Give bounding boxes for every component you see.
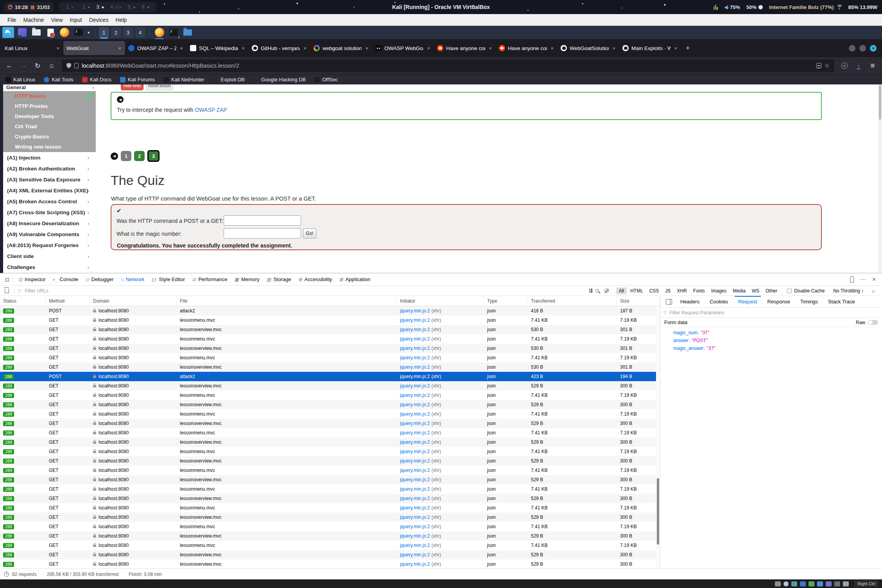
details-tab[interactable]: Headers — [675, 296, 705, 308]
devtools-tool-tab[interactable]: Accessibility — [295, 273, 336, 286]
column-header[interactable]: Initiator — [397, 296, 484, 306]
request-row[interactable]: 200 GET localhost:8080 lessonmenu.mvc jq… — [0, 428, 660, 437]
bookmark-item[interactable]: Exploit-DB — [213, 77, 245, 82]
sidebar-lesson-item[interactable]: Writing new lesson ✔ — [3, 142, 96, 152]
initiator-link[interactable]: jquery.min.js:2 — [400, 327, 430, 332]
initiator-link[interactable]: jquery.min.js:2 — [400, 552, 430, 558]
page-scrollbar-thumb[interactable] — [879, 85, 881, 120]
reset-lesson-button[interactable]: Reset lesson — [146, 84, 173, 90]
browser-tab[interactable]: webgoat solutions - × — [310, 41, 372, 55]
request-row[interactable]: 200 GET localhost:8080 lessonoverview.mv… — [0, 400, 660, 409]
request-row[interactable]: 200 GET localhost:8080 lessonoverview.mv… — [0, 362, 660, 372]
vbox-menu-item[interactable]: Machine — [20, 17, 48, 23]
initiator-link[interactable]: jquery.min.js:2 — [400, 458, 430, 464]
type-filter-pill[interactable]: XHR — [674, 287, 690, 294]
sidebar-category-item[interactable]: (A4) XML External Entities (XXE) › — [0, 185, 96, 196]
taskbar-workspace-button[interactable]: 3 — [123, 27, 133, 38]
browser-tab[interactable]: OWASP ZAP – ZAP in × — [125, 41, 187, 55]
split-panel-icon[interactable] — [666, 299, 672, 305]
tab-close-icon[interactable]: × — [179, 45, 184, 51]
type-filter-pill[interactable]: Images — [708, 287, 729, 294]
initiator-link[interactable]: jquery.min.js:2 — [400, 346, 430, 351]
tab-close-icon[interactable]: × — [611, 45, 616, 51]
request-row[interactable]: 200 GET localhost:8080 lessonoverview.mv… — [0, 494, 660, 503]
request-row[interactable]: 200 GET localhost:8080 lessonoverview.mv… — [0, 531, 660, 541]
column-header[interactable]: Domain — [90, 296, 177, 306]
initiator-link[interactable]: jquery.min.js:2 — [400, 308, 430, 314]
initiator-link[interactable]: jquery.min.js:2 — [400, 402, 430, 407]
reload-button[interactable]: ↻ — [31, 60, 44, 72]
go-button[interactable]: Go! — [303, 228, 316, 238]
initiator-link[interactable]: jquery.min.js:2 — [400, 561, 430, 567]
devtools-tool-tab[interactable]: Application — [336, 273, 374, 286]
sidebar-lesson-item[interactable]: CIA Triad ✔ — [3, 122, 96, 132]
request-row[interactable]: 200 GET localhost:8080 lessonmenu.mvc jq… — [0, 353, 660, 362]
browser-tab[interactable]: WebGoatSolutions/S × — [558, 41, 619, 55]
page-number-button[interactable]: 1 — [121, 151, 131, 161]
initiator-link[interactable]: jquery.min.js:2 — [400, 543, 430, 548]
initiator-link[interactable]: jquery.min.js:2 — [400, 524, 430, 529]
show-desktop-button[interactable] — [16, 27, 28, 38]
details-tab[interactable]: Request — [733, 296, 762, 308]
request-row[interactable]: 200 GET localhost:8080 lessonmenu.mvc jq… — [0, 409, 660, 419]
url-bar[interactable]: localhost:8080/WebGoat/start.mvc#lesson/… — [62, 59, 834, 72]
initiator-link[interactable]: jquery.min.js:2 — [400, 355, 430, 360]
vm-recording-icon[interactable] — [834, 581, 840, 586]
vbox-menu-item[interactable]: View — [47, 17, 66, 23]
sidebar-category-item[interactable]: (A5) Broken Access Control › — [0, 196, 96, 207]
browser-tab[interactable]: Main Exploits · WebG × — [619, 41, 681, 55]
volume-indicator[interactable]: ◀) 75% — [724, 4, 740, 10]
forward-button[interactable]: → — [17, 60, 30, 72]
home-button[interactable]: ⌂ — [45, 60, 58, 72]
details-tab[interactable]: Cookies — [705, 296, 733, 308]
request-row[interactable]: 200 GET localhost:8080 lessonmenu.mvc jq… — [0, 466, 660, 475]
search-icon[interactable] — [595, 289, 599, 292]
sidebar-category-item[interactable]: (A3) Sensitive Data Exposure › — [0, 174, 96, 185]
initiator-link[interactable]: jquery.min.js:2 — [400, 514, 430, 520]
question2-input[interactable] — [224, 228, 301, 238]
request-row[interactable]: 200 GET localhost:8080 lessonoverview.mv… — [0, 344, 660, 353]
tab-close-icon[interactable]: × — [364, 45, 369, 51]
request-row[interactable]: 200 GET localhost:8080 lessonoverview.mv… — [0, 456, 660, 466]
request-row[interactable]: 200 GET localhost:8080 lessonmenu.mvc jq… — [0, 334, 660, 344]
kali-menu-button[interactable] — [2, 27, 14, 38]
bookmark-item[interactable]: Kali Forums — [120, 77, 155, 82]
sidebar-category-item[interactable]: (A8) Insecure Deserialization › — [0, 218, 96, 229]
initiator-link[interactable]: jquery.min.js:2 — [400, 439, 430, 445]
initiator-link[interactable]: jquery.min.js:2 — [400, 477, 430, 482]
initiator-link[interactable]: jquery.min.js:2 — [400, 364, 430, 370]
tab-close-icon[interactable]: × — [673, 45, 678, 51]
tab-close-icon[interactable]: × — [303, 45, 307, 51]
pocket-button[interactable]: v — [838, 60, 851, 72]
vm-cd-icon[interactable] — [783, 581, 789, 586]
tab-close-icon[interactable]: × — [550, 45, 554, 51]
details-tab[interactable]: Timings — [795, 296, 823, 308]
request-row[interactable]: 200 GET localhost:8080 lessonmenu.mvc jq… — [0, 503, 660, 513]
initiator-link[interactable]: jquery.min.js:2 — [400, 533, 430, 539]
new-tab-button[interactable]: + — [681, 44, 695, 52]
sidebar-lesson-item[interactable]: Crypto Basics ✔ — [3, 132, 96, 142]
sidebar-lesson-item[interactable]: Developer Tools ✔ — [3, 111, 96, 122]
request-row[interactable]: 200 GET localhost:8080 lessonoverview.mv… — [0, 419, 660, 428]
form-data-param[interactable]: answer: "POST" — [660, 337, 882, 344]
tab-close-icon[interactable]: × — [241, 45, 246, 51]
type-filter-pill[interactable]: Other — [763, 287, 780, 294]
sidebar-lesson-item[interactable]: HTTP Basics ✔ — [3, 91, 96, 101]
request-row[interactable]: 200 GET localhost:8080 lessonmenu.mvc jq… — [0, 391, 660, 400]
workspace-item[interactable]: 4: </> — [108, 4, 124, 10]
request-row[interactable]: 200 GET localhost:8080 lessonmenu.mvc jq… — [0, 316, 660, 325]
request-row[interactable]: 200 POST localhost:8080 attack2 jquery.m… — [0, 306, 660, 316]
question1-input[interactable] — [224, 215, 301, 226]
vbox-menu-item[interactable]: Devices — [86, 17, 112, 23]
page-number-button[interactable]: 3 — [147, 150, 160, 162]
tab-close-icon[interactable]: × — [426, 45, 431, 51]
back-button[interactable]: ← — [3, 60, 16, 72]
vm-display-icon[interactable] — [826, 581, 832, 586]
sidebar-category-item[interactable]: (A1) Injection › — [0, 152, 96, 163]
initiator-link[interactable]: jquery.min.js:2 — [400, 336, 430, 342]
sidebar-category-item[interactable]: (A8:2013) Request Forgeries › — [0, 240, 96, 251]
bookmark-item[interactable]: Google Hacking DB — [253, 77, 306, 82]
table-scrollbar-thumb[interactable] — [657, 478, 659, 545]
initiator-link[interactable]: jquery.min.js:2 — [400, 496, 430, 501]
type-filter-pill[interactable]: Fonts — [690, 287, 708, 294]
